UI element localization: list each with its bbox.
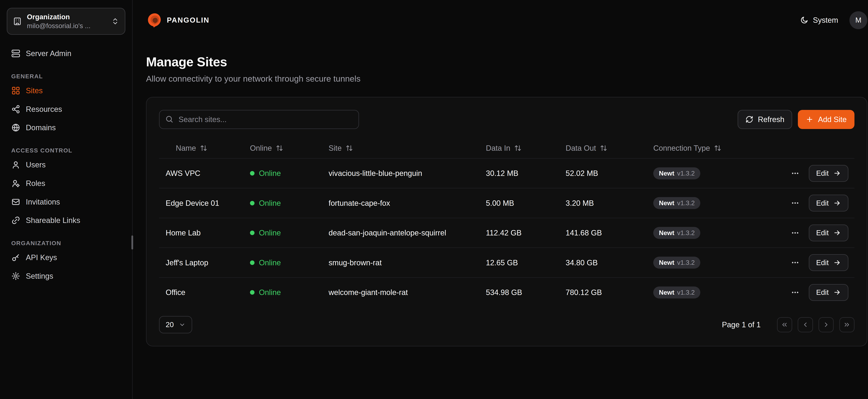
table-row: Office Online welcome-giant-mole-rat 534…: [159, 277, 855, 307]
section-title-general: GENERAL: [11, 73, 121, 80]
site-slug: fortunate-cape-fox: [322, 199, 479, 208]
ellipsis-icon: [791, 258, 799, 267]
chevron-left-icon: [802, 321, 809, 328]
connection-type-cell: Newt v1.3.2: [647, 227, 776, 239]
connection-version: v1.3.2: [677, 259, 695, 266]
column-header-connection-type[interactable]: Connection Type: [647, 144, 776, 152]
grid-icon: [11, 86, 20, 95]
sort-icon: [276, 145, 283, 152]
data-out: 780.12 GB: [559, 288, 647, 297]
edit-button[interactable]: Edit: [809, 254, 848, 271]
sites-card: Refresh Add Site Name: [146, 97, 867, 346]
edit-button[interactable]: Edit: [809, 224, 848, 241]
site-slug: welcome-giant-mole-rat: [322, 288, 479, 297]
table-body: AWS VPC Online vivacious-little-blue-pen…: [159, 158, 855, 307]
column-header-data-out[interactable]: Data Out: [559, 144, 647, 152]
server-icon: [11, 49, 20, 58]
sort-icon: [514, 145, 522, 152]
sort-icon: [200, 145, 207, 152]
arrow-right-icon: [833, 229, 841, 237]
arrow-right-icon: [833, 199, 841, 207]
content: Manage Sites Allow connectivity to your …: [133, 40, 868, 346]
row-menu-button[interactable]: [790, 287, 800, 298]
next-page-button[interactable]: [818, 317, 834, 332]
brand-logo[interactable]: PANGOLIN: [146, 12, 209, 28]
row-actions: Edit: [776, 224, 855, 241]
edit-label: Edit: [816, 199, 829, 207]
sidebar-item-roles[interactable]: Roles: [7, 174, 125, 192]
row-menu-button[interactable]: [790, 168, 800, 179]
data-out: 3.20 MB: [559, 199, 647, 208]
online-status: Online: [243, 288, 322, 297]
sidebar-item-invitations[interactable]: Invitations: [7, 192, 125, 211]
table-row: AWS VPC Online vivacious-little-blue-pen…: [159, 158, 855, 188]
data-out: 52.02 MB: [559, 169, 647, 178]
data-in: 534.98 GB: [479, 288, 559, 297]
app-root: Organization milo@fossorial.io's ... Ser…: [0, 0, 868, 399]
column-header-online[interactable]: Online: [243, 144, 322, 152]
site-name: Edge Device 01: [159, 199, 243, 208]
sidebar-item-sites[interactable]: Sites: [7, 81, 125, 100]
mail-icon: [11, 197, 20, 207]
online-dot-icon: [250, 201, 254, 206]
edit-button[interactable]: Edit: [809, 165, 848, 182]
edit-button[interactable]: Edit: [809, 284, 848, 301]
main-area: PANGOLIN System M Manage Sites Allow con…: [133, 0, 868, 399]
connection-type-cell: Newt v1.3.2: [647, 197, 776, 209]
last-page-button[interactable]: [839, 317, 855, 332]
edit-button[interactable]: Edit: [809, 195, 848, 212]
row-actions: Edit: [776, 284, 855, 301]
sidebar-item-shareable-links[interactable]: Shareable Links: [7, 211, 125, 230]
theme-toggle-button[interactable]: System: [800, 16, 838, 25]
sidebar-item-users[interactable]: Users: [7, 156, 125, 174]
connection-type-badge: Newt v1.3.2: [653, 286, 700, 299]
sidebar-scrollbar-handle[interactable]: [131, 236, 133, 249]
chevrons-up-down-icon: [111, 18, 119, 25]
data-in: 112.42 GB: [479, 228, 559, 237]
online-status: Online: [243, 199, 322, 208]
moon-icon: [800, 16, 808, 25]
column-header-data-in[interactable]: Data In: [479, 144, 559, 152]
connection-name: Newt: [659, 199, 675, 207]
column-label: Connection Type: [653, 144, 710, 152]
sidebar-item-label: Domains: [26, 123, 56, 132]
site-name: Office: [159, 288, 243, 297]
user-icon: [11, 160, 20, 169]
refresh-button[interactable]: Refresh: [738, 110, 792, 129]
refresh-icon: [745, 116, 753, 123]
org-selector[interactable]: Organization milo@fossorial.io's ...: [7, 8, 125, 35]
prev-page-button[interactable]: [798, 317, 813, 332]
connection-type-badge: Newt v1.3.2: [653, 257, 700, 269]
sidebar-item-domains[interactable]: Domains: [7, 118, 125, 137]
search-input[interactable]: [159, 110, 359, 129]
row-menu-button[interactable]: [790, 198, 800, 208]
page-size-select[interactable]: 20: [159, 316, 192, 333]
row-actions: Edit: [776, 254, 855, 271]
add-site-button[interactable]: Add Site: [798, 110, 855, 129]
connection-name: Newt: [659, 259, 675, 266]
org-value: milo@fossorial.io's ...: [27, 22, 106, 30]
sidebar-item-label: API Keys: [26, 253, 57, 262]
avatar[interactable]: M: [849, 11, 867, 29]
sidebar-item-resources[interactable]: Resources: [7, 100, 125, 118]
sidebar-item-settings[interactable]: Settings: [7, 267, 125, 285]
connection-type-cell: Newt v1.3.2: [647, 257, 776, 269]
connection-version: v1.3.2: [677, 289, 695, 296]
sidebar-item-api-keys[interactable]: API Keys: [7, 248, 125, 267]
online-label: Online: [259, 169, 281, 178]
sidebar-item-label: Server Admin: [26, 49, 71, 58]
row-menu-button[interactable]: [790, 227, 800, 238]
connection-version: v1.3.2: [677, 199, 695, 207]
brand-name: PANGOLIN: [167, 16, 210, 24]
site-name: AWS VPC: [159, 169, 243, 178]
row-menu-button[interactable]: [790, 257, 800, 268]
sidebar-item-server-admin[interactable]: Server Admin: [7, 44, 125, 63]
column-header-name[interactable]: Name: [159, 144, 243, 152]
chevrons-right-icon: [843, 321, 850, 328]
first-page-button[interactable]: [777, 317, 792, 332]
site-slug: smug-brown-rat: [322, 258, 479, 267]
sort-icon: [346, 145, 353, 152]
edit-label: Edit: [816, 169, 829, 178]
pager-buttons: [777, 317, 855, 332]
column-header-site[interactable]: Site: [322, 144, 479, 152]
